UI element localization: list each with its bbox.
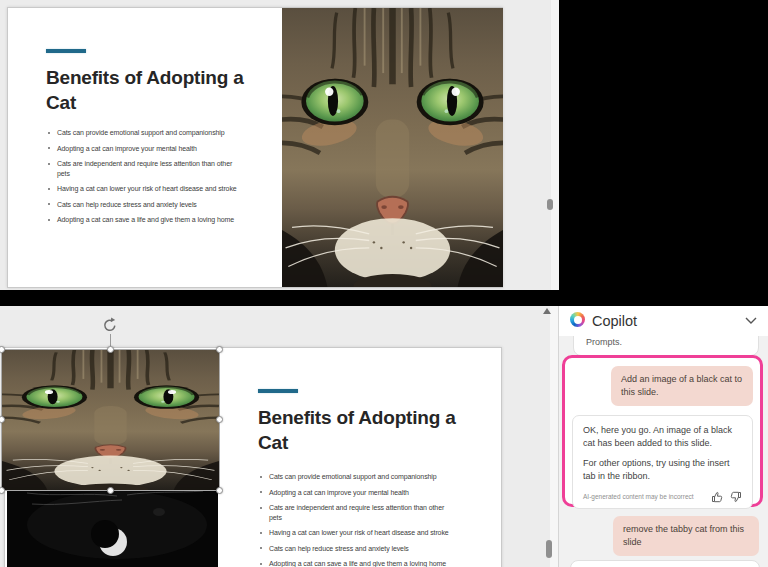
- copilot-header: Copilot: [559, 306, 768, 336]
- scrollbar-up-arrow[interactable]: [543, 308, 551, 314]
- bullet-marker: [48, 163, 50, 165]
- bullet-item: Cats can help reduce stress and anxiety …: [258, 544, 456, 554]
- user-message-bubble: Add an image of a black cat to this slid…: [611, 366, 753, 406]
- bullet-marker: [260, 532, 262, 534]
- bullet-item: Cats can provide emotional support and c…: [46, 128, 244, 138]
- black-cat-artwork: [7, 490, 218, 567]
- selected-tabby-image[interactable]: [2, 350, 219, 490]
- thumbs-up-icon[interactable]: [711, 491, 723, 503]
- resize-handle-e[interactable]: [216, 416, 223, 423]
- vertical-scrollbar-thumb[interactable]: [547, 199, 553, 210]
- resize-handle-ne[interactable]: [216, 346, 223, 353]
- bullet-item: Adopting a cat can improve your mental h…: [46, 144, 244, 154]
- slide-canvas[interactable]: Benefits of Adopting a Cat Cats can prov…: [7, 7, 503, 288]
- accent-bar: [258, 389, 298, 393]
- slide-bullet-list[interactable]: Cats can provide emotional support and c…: [258, 472, 456, 567]
- bullet-item: Having a cat can lower your risk of hear…: [46, 184, 244, 194]
- bullet-marker: [48, 147, 50, 149]
- bullet-item: Adopting a cat can improve your mental h…: [258, 488, 456, 498]
- slide-title[interactable]: Benefits of Adopting a Cat: [258, 405, 486, 455]
- copilot-panel: Copilot Prompts. Add an image of a black…: [558, 306, 768, 567]
- tabby-cat-artwork: [2, 350, 219, 490]
- bullet-item: Adopting a cat can save a life and give …: [46, 215, 244, 225]
- bullet-marker: [48, 132, 50, 134]
- highlighted-exchange: Add an image of a black cat to this slid…: [562, 355, 763, 507]
- copilot-chat-area: Prompts. Add an image of a black cat to …: [559, 336, 768, 567]
- accent-bar: [46, 49, 86, 53]
- screenshot-root: Benefits of Adopting a Cat Cats can prov…: [0, 0, 768, 567]
- unrendered-black-region: [559, 0, 768, 290]
- resize-handle-se[interactable]: [216, 487, 223, 494]
- black-cat-image[interactable]: [7, 490, 218, 567]
- assistant-text: OK, here you go. An image of a black cat…: [583, 424, 742, 450]
- copilot-logo-icon: [570, 312, 585, 327]
- bullet-item: Cats can help reduce stress and anxiety …: [46, 200, 244, 210]
- scrollbar-track: [550, 306, 558, 567]
- vertical-scrollbar-thumb[interactable]: [546, 540, 552, 558]
- bullet-item: Having a cat can lower your risk of hear…: [258, 528, 456, 538]
- bullet-marker: [260, 491, 262, 493]
- resize-handle-s[interactable]: [107, 487, 114, 494]
- incoming-message-card: [570, 560, 760, 567]
- rotate-handle-icon[interactable]: [101, 316, 119, 334]
- bullet-marker: [260, 507, 262, 509]
- bullet-marker: [260, 476, 262, 478]
- bullet-marker: [48, 203, 50, 205]
- copilot-title: Copilot: [592, 306, 637, 336]
- previous-message-fragment: Prompts.: [573, 336, 759, 356]
- bullet-marker: [48, 188, 50, 190]
- bullet-item: Cats can provide emotional support and c…: [258, 472, 456, 482]
- slide-editor-view-before: Benefits of Adopting a Cat Cats can prov…: [0, 0, 768, 290]
- thumbs-down-icon[interactable]: [730, 491, 742, 503]
- bullet-item: Adopting a cat can save a life and give …: [258, 559, 456, 567]
- bullet-marker: [260, 547, 262, 549]
- chevron-down-icon[interactable]: [745, 317, 757, 325]
- bullet-item: Cats are independent and require less at…: [258, 503, 456, 522]
- bullet-item: Cats are independent and require less at…: [46, 159, 244, 178]
- user-message-bubble: remove the tabby cat from this slide: [613, 516, 759, 556]
- assistant-text: For other options, try using the insert …: [583, 457, 742, 483]
- slide-editor-view-after: Benefits of Adopting a Cat Cats can prov…: [0, 306, 768, 567]
- slide-bullet-list[interactable]: Cats can provide emotional support and c…: [46, 128, 244, 231]
- resize-handle-n[interactable]: [107, 346, 114, 353]
- scrollbar-track: [551, 0, 559, 290]
- bullet-marker: [260, 563, 262, 565]
- bullet-marker: [48, 219, 50, 221]
- slide-title[interactable]: Benefits of Adopting a Cat: [46, 65, 274, 115]
- tabby-cat-artwork: [282, 8, 503, 287]
- ai-disclaimer: AI-generated content may be incorrect: [583, 490, 711, 503]
- tabby-cat-image[interactable]: [282, 8, 503, 287]
- separator-band: [0, 290, 768, 306]
- assistant-message-card: OK, here you go. An image of a black cat…: [572, 415, 753, 509]
